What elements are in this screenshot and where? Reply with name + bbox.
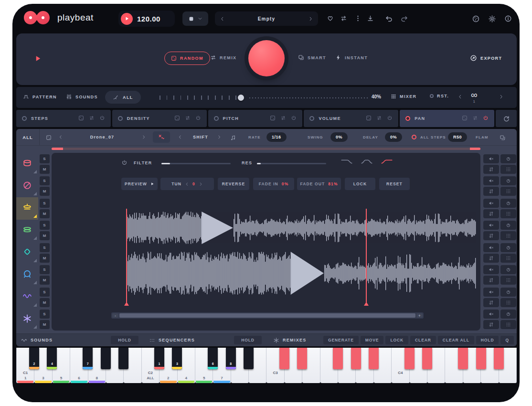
bpm-value[interactable]: 120.00 [137,15,160,23]
sample-next-button[interactable] [141,135,146,139]
key-black-17[interactable] [422,348,432,369]
key-black-15[interactable] [369,348,379,369]
slider-handle[interactable] [238,95,244,101]
pan-knob[interactable] [500,221,516,230]
preset-name[interactable]: Empty [258,16,276,21]
loop-icon[interactable] [376,114,382,123]
random-amount-value[interactable]: R50 [448,132,467,142]
tab-steps[interactable]: STEPS [16,110,111,127]
key-black-10[interactable] [244,348,254,369]
mute-button[interactable]: M [40,187,50,196]
sample-mute-button[interactable] [483,154,499,163]
rate-value[interactable]: 1/16 [266,132,287,142]
tab-pitch[interactable]: PITCH [208,110,303,127]
swap-button[interactable] [483,298,499,307]
generate-button[interactable]: GENERATE [323,336,359,344]
swap-button[interactable] [483,209,499,218]
favorite-button[interactable] [327,15,334,22]
settings-button[interactable] [488,15,496,23]
swing-value[interactable]: 0% [330,132,348,142]
tab-pan[interactable]: PAN [400,110,494,127]
sync-lanes-button[interactable] [496,110,517,127]
dice-icon[interactable] [78,114,84,123]
sample-mute-button[interactable] [483,243,499,252]
mute-button[interactable]: M [40,209,50,218]
sounds-hold-button[interactable]: HOLD [111,336,138,344]
sound-slot-7[interactable] [16,286,38,309]
pan-knob[interactable] [500,310,516,319]
grid-dots-button[interactable] [500,165,516,174]
tab-radio[interactable] [214,116,219,121]
zoom-scrollbar[interactable]: - + [111,312,424,319]
solo-button[interactable]: S [40,176,50,185]
key-black-19[interactable] [476,348,486,369]
mute-button[interactable]: M [40,165,50,174]
pan-knob[interactable] [500,199,516,208]
solo-button[interactable]: S [40,310,50,319]
notes-icon[interactable] [230,135,236,141]
pattern-next-button[interactable] [499,94,504,99]
all-lanes-button[interactable]: ALL [105,91,141,104]
solo-button[interactable]: S [40,288,50,297]
tab-radio[interactable] [118,116,123,121]
sound-slot-6[interactable] [16,264,38,287]
delay-value[interactable]: 0% [385,132,402,142]
tab-radio[interactable] [309,116,314,121]
instant-mode-button[interactable]: INSTANT [335,54,368,61]
preset-prev-button[interactable] [220,16,225,21]
preview-button[interactable]: PREVIEW [121,178,158,190]
mute-button[interactable]: M [40,254,50,263]
tab-density[interactable]: DENSITY [112,110,207,127]
key-black-14[interactable] [351,348,361,369]
highpass-filter-icon[interactable] [381,159,393,165]
loop-icon[interactable] [280,114,286,123]
tune-up-button[interactable] [199,182,203,186]
random-mode-button[interactable]: RANDOM [164,52,210,65]
reset-button[interactable]: RESET [379,178,410,190]
undo-button[interactable] [385,15,393,23]
lock-button[interactable]: LOCK [385,336,408,344]
key-black-4[interactable] [101,348,111,369]
redo-button[interactable] [400,15,408,23]
pan-knob[interactable] [500,265,516,274]
bandpass-filter-icon[interactable] [361,159,372,165]
remix-mode-button[interactable]: REMIX [210,54,237,61]
pan-knob[interactable] [500,154,516,163]
shift-right-button[interactable] [217,135,222,139]
power-icon[interactable] [483,114,489,123]
sample-mute-button[interactable] [483,310,499,319]
swap-button[interactable] [483,231,499,240]
mute-button[interactable]: M [40,276,50,285]
dice-icon[interactable] [462,114,468,123]
zoom-out-button[interactable]: - [112,313,118,318]
loop-icon[interactable] [185,114,191,123]
key-black-5[interactable] [118,348,128,369]
pan-knob[interactable] [500,243,516,252]
grid-dots-button[interactable] [500,209,516,218]
key-black-12[interactable] [297,348,307,369]
pan-knob[interactable] [500,176,516,185]
pattern-prev-button[interactable] [458,94,463,99]
key-black-13[interactable] [333,348,343,369]
sound-slot-3[interactable] [16,197,38,220]
sample-end-marker[interactable] [366,209,367,302]
complexity-slider[interactable] [160,94,368,101]
power-icon[interactable] [99,114,105,123]
solo-button[interactable]: S [40,243,50,252]
power-icon[interactable] [291,114,297,123]
dice-icon[interactable] [270,114,276,123]
loop-icon[interactable] [472,114,478,123]
grid-dots-button[interactable] [500,298,516,307]
export-button[interactable]: EXPORT [470,54,502,62]
smart-mode-button[interactable]: SMART [298,54,326,61]
waveform[interactable] [52,201,480,311]
sample-mute-button[interactable] [483,221,499,230]
tab-radio[interactable] [22,116,27,121]
res-slider[interactable] [257,163,326,164]
filter-power-toggle[interactable] [121,160,128,166]
sample-start-marker[interactable] [126,209,127,302]
sound-slot-1[interactable] [16,153,38,175]
solo-button[interactable]: S [40,265,50,274]
grid-dots-button[interactable] [500,320,516,329]
lowpass-filter-icon[interactable] [341,159,352,165]
